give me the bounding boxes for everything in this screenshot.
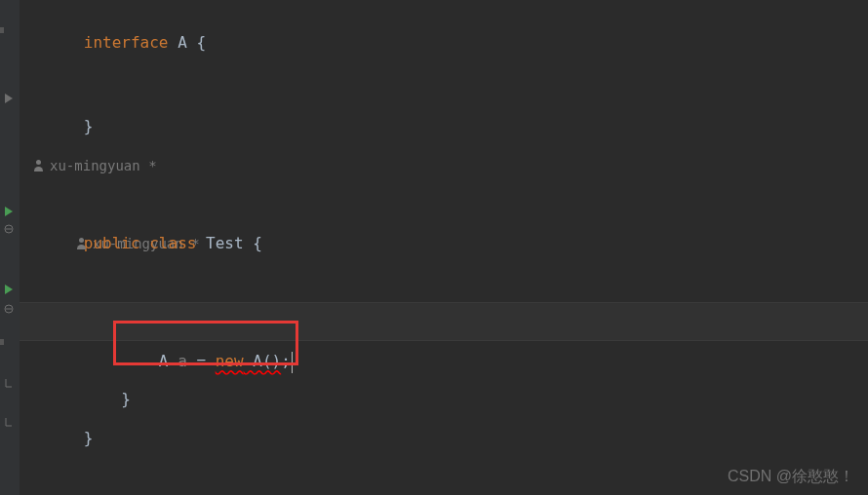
keyword-public: public (84, 234, 140, 252)
code-line[interactable]: } (20, 341, 868, 380)
change-marker (0, 339, 4, 345)
code-line[interactable]: interface A { (20, 2, 868, 29)
code-line-current[interactable]: A a = new A(); (20, 302, 868, 341)
code-line[interactable] (20, 29, 868, 68)
person-icon (76, 238, 88, 249)
brace: { (253, 234, 262, 252)
run-gutter-icon[interactable] (2, 283, 16, 296)
fold-end-icon[interactable] (2, 377, 16, 391)
fold-icon[interactable] (2, 302, 16, 316)
code-line[interactable]: } (20, 380, 868, 419)
code-line[interactable]: } (20, 68, 868, 107)
class-name: Test (206, 234, 244, 252)
fold-end-icon[interactable] (2, 416, 16, 430)
code-line[interactable]: public class Test { (20, 185, 868, 224)
change-marker (0, 27, 4, 33)
code-line[interactable] (20, 107, 868, 146)
code-line[interactable]: public static void main(String[] args) { (20, 263, 868, 302)
person-icon (33, 160, 45, 171)
run-gutter-icon[interactable] (2, 205, 16, 218)
brace: } (84, 429, 94, 447)
code-editor[interactable]: interface A { } xu-mingyuan * public cla… (0, 0, 868, 495)
keyword-class: class (149, 234, 196, 252)
fold-icon[interactable] (2, 222, 16, 236)
code-content[interactable]: interface A { } xu-mingyuan * public cla… (20, 0, 868, 495)
editor-gutter (0, 0, 20, 495)
watermark-text: CSDN @徐憨憨！ (728, 467, 854, 487)
annotation-text: xu-mingyuan * (50, 158, 157, 173)
run-gutter-icon[interactable] (2, 92, 16, 105)
